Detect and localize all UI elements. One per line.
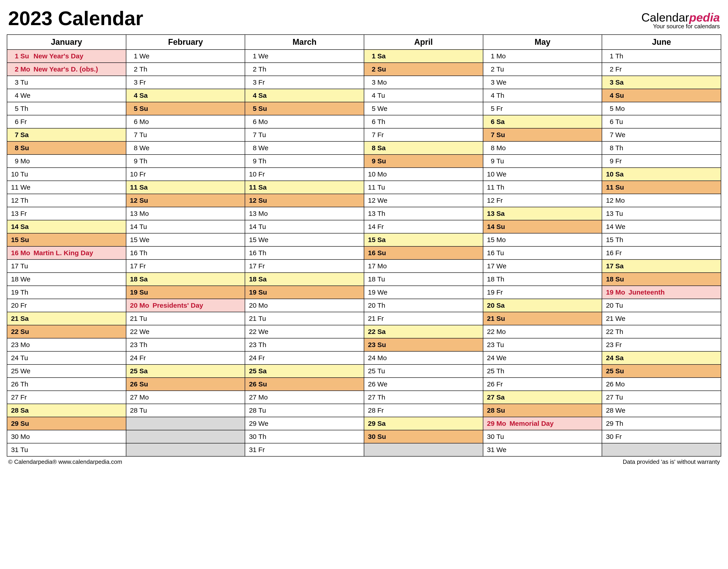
day-of-week: Mo [20,341,32,349]
day-number: 19 [486,288,495,296]
day-of-week: Th [496,184,508,191]
day-cell: 9Su [364,155,483,168]
day-number: 1 [129,52,138,60]
day-cell: 22Sa [364,325,483,338]
day-cell: 26Fr [483,377,602,391]
day-cell: 6Mo [126,115,245,128]
calendar-row: 12Th12Su12Su12We12Fr12Mo [7,194,721,207]
day-cell: 28Tu [126,404,245,417]
day-number: 3 [129,79,138,86]
day-cell: 8Su [7,141,126,155]
calendar-row: 13Fr13Mo13Mo13Th13Sa13Tu [7,207,721,220]
day-of-week: Mo [139,393,151,401]
day-number: 17 [247,262,256,270]
day-of-week: Sa [615,262,627,270]
day-number: 17 [366,262,376,270]
day-cell: 3We [483,76,602,89]
day-number: 28 [10,406,19,414]
day-cell: 4Th [483,89,602,102]
day-cell: 29Th [602,417,721,430]
day-number: 18 [129,275,138,283]
day-cell: 1We [245,50,364,63]
day-cell: 22We [245,325,364,338]
day-of-week: Fr [258,446,270,454]
day-of-week: Su [496,406,508,414]
day-number: 9 [486,157,495,165]
calendar-row: 11We11Sa11Sa11Tu11Th11Su [7,181,721,194]
day-of-week: We [258,328,270,335]
day-of-week: Fr [20,393,32,401]
day-of-week: We [258,420,270,427]
day-cell: 27Fr [7,391,126,404]
day-cell: 3Fr [245,76,364,89]
day-number: 20 [604,301,613,309]
day-number: 23 [10,341,19,349]
day-of-week: Tu [139,223,151,231]
day-of-week: Fr [139,262,151,270]
day-of-week: Fr [258,262,270,270]
day-cell: 3Fr [126,76,245,89]
day-number: 16 [10,249,19,257]
day-number: 24 [366,354,376,362]
day-cell: 23Th [245,338,364,351]
day-cell: 2MoNew Year's D. (obs.) [7,63,126,76]
day-of-week: Mo [615,105,627,113]
day-cell: 30Fr [602,430,721,443]
day-of-week: Tu [20,262,32,270]
day-cell: 22We [126,325,245,338]
brand-block: Calendarpedia Your source for calendars [641,11,720,30]
day-cell: 24Mo [364,351,483,364]
day-cell: 12We [364,194,483,207]
day-cell: 10Sa [602,168,721,181]
day-number: 23 [129,341,138,349]
holiday-name: Juneteenth [628,288,718,296]
day-number: 8 [129,144,138,152]
day-of-week: Fr [377,223,389,231]
day-number: 2 [604,65,613,73]
day-of-week: Sa [377,420,389,427]
day-number: 9 [129,157,138,165]
day-of-week: Tu [139,315,151,322]
day-cell: 13Fr [7,207,126,220]
day-number: 30 [10,433,19,440]
day-of-week: We [377,288,389,296]
day-of-week: Fr [615,157,627,165]
day-of-week: Mo [615,197,627,204]
day-of-week: Mo [377,79,389,86]
day-cell: 23Mo [7,338,126,351]
day-number: 11 [486,184,495,191]
day-number: 25 [129,367,138,375]
day-number: 30 [247,433,256,440]
day-cell: 6Tu [602,115,721,128]
day-of-week: Th [615,144,627,152]
day-of-week: Mo [139,301,151,309]
day-cell: 10Fr [245,168,364,181]
day-of-week: Tu [258,223,270,231]
day-number: 26 [604,380,613,388]
day-cell: 21Fr [364,312,483,325]
day-cell: 18We [7,273,126,286]
day-cell [126,417,245,430]
day-number: 12 [10,197,19,204]
day-number: 15 [366,236,376,244]
day-number: 17 [10,262,19,270]
day-cell: 30Th [245,430,364,443]
day-number: 26 [129,380,138,388]
day-cell [364,443,483,456]
day-number: 2 [486,65,495,73]
day-of-week: Su [377,341,389,349]
day-cell: 9Tu [483,155,602,168]
day-of-week: Fr [496,380,508,388]
day-cell: 1Sa [364,50,483,63]
footer-right: Data provided 'as is' without warranty [623,458,720,465]
day-cell: 24Fr [126,351,245,364]
day-number: 8 [247,144,256,152]
day-of-week: Mo [377,262,389,270]
day-cell: 12Th [7,194,126,207]
day-number: 22 [486,328,495,335]
day-cell: 2Th [245,63,364,76]
day-cell: 21Su [483,312,602,325]
day-number: 25 [10,367,19,375]
day-number: 13 [486,210,495,218]
day-number: 14 [247,223,256,231]
